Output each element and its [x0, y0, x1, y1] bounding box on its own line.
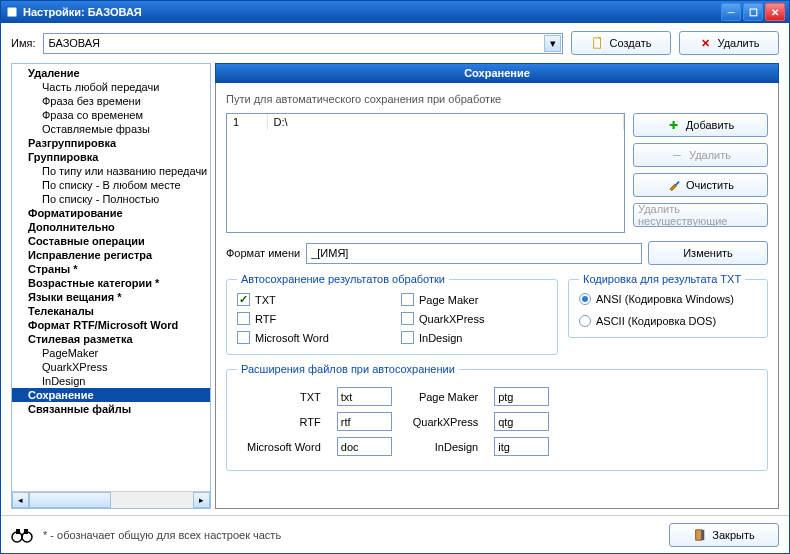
- checkbox-icon: [401, 331, 414, 344]
- tree-item[interactable]: По списку - Полностью: [12, 192, 210, 206]
- name-combo[interactable]: БАЗОВАЯ ▾: [43, 33, 563, 54]
- delete-x-icon: ✕: [699, 36, 713, 50]
- name-format-label: Формат имени: [226, 247, 300, 259]
- tree-item[interactable]: По списку - В любом месте: [12, 178, 210, 192]
- main-panel: Сохранение Пути для автоматического сохр…: [215, 63, 779, 509]
- autosave-legend: Автосохранение результатов обработки: [237, 273, 449, 285]
- tree-item[interactable]: Формат RTF/Microsoft Word: [12, 318, 210, 332]
- tree-item[interactable]: По типу или названию передачи: [12, 164, 210, 178]
- settings-window: Настройки: БАЗОВАЯ ─ ☐ ✕ Имя: БАЗОВАЯ ▾ …: [0, 0, 790, 554]
- tree-item[interactable]: Часть любой передачи: [12, 80, 210, 94]
- plus-icon: ✚: [667, 118, 681, 132]
- paths-label: Пути для автоматического сохранения при …: [226, 93, 768, 105]
- window-title: Настройки: БАЗОВАЯ: [23, 6, 721, 18]
- name-format-input[interactable]: [306, 243, 642, 264]
- sidebar-scrollbar[interactable]: ◂ ▸: [12, 491, 210, 508]
- chk-txt[interactable]: ✓TXT: [237, 293, 383, 306]
- binoculars-icon[interactable]: [11, 524, 33, 546]
- tree-item[interactable]: Группировка: [12, 150, 210, 164]
- radio-icon: [579, 293, 591, 305]
- autosave-group: Автосохранение результатов обработки ✓TX…: [226, 273, 558, 355]
- remove-path-button[interactable]: ─ Удалить: [633, 143, 768, 167]
- remove-nonexistent-button[interactable]: Удалить несуществующие: [633, 203, 768, 227]
- name-label: Имя:: [11, 37, 35, 49]
- door-icon: [693, 528, 707, 542]
- svg-rect-1: [593, 38, 600, 48]
- add-path-button[interactable]: ✚ Добавить: [633, 113, 768, 137]
- svg-rect-8: [702, 529, 705, 539]
- create-button[interactable]: Создать: [571, 31, 671, 55]
- chk-msword[interactable]: Microsoft Word: [237, 331, 383, 344]
- chk-rtf[interactable]: RTF: [237, 312, 383, 325]
- scroll-right-button[interactable]: ▸: [193, 492, 210, 508]
- scroll-left-button[interactable]: ◂: [12, 492, 29, 508]
- svg-rect-5: [16, 529, 20, 534]
- tree-item[interactable]: Дополнительно: [12, 220, 210, 234]
- close-window-button[interactable]: ✕: [765, 3, 785, 21]
- checkbox-icon: [237, 312, 250, 325]
- extensions-legend: Расширения файлов при автосохранении: [237, 363, 459, 375]
- ext-pm-input[interactable]: [494, 387, 549, 406]
- paths-list[interactable]: 1D:\: [226, 113, 625, 233]
- svg-rect-7: [696, 529, 702, 539]
- tree-item[interactable]: Форматирование: [12, 206, 210, 220]
- ext-id-label: InDesign: [413, 441, 478, 453]
- tree-item[interactable]: Удаление: [12, 66, 210, 80]
- settings-tree[interactable]: УдалениеЧасть любой передачиФраза без вр…: [12, 64, 210, 418]
- ext-rtf-input[interactable]: [337, 412, 392, 431]
- ext-mw-input[interactable]: [337, 437, 392, 456]
- ext-qx-input[interactable]: [494, 412, 549, 431]
- clear-paths-button[interactable]: Очистить: [633, 173, 768, 197]
- app-icon: [5, 5, 19, 19]
- tree-item[interactable]: InDesign: [12, 374, 210, 388]
- encoding-legend: Кодировка для результата TXT: [579, 273, 745, 285]
- close-button[interactable]: Закрыть: [669, 523, 779, 547]
- minus-icon: ─: [670, 148, 684, 162]
- ext-mw-label: Microsoft Word: [247, 441, 321, 453]
- extensions-group: Расширения файлов при автосохранении TXT…: [226, 363, 768, 471]
- tree-item[interactable]: Оставляемые фразы: [12, 122, 210, 136]
- tree-item[interactable]: Сохранение: [12, 388, 210, 402]
- tree-item[interactable]: Телеканалы: [12, 304, 210, 318]
- change-format-button[interactable]: Изменить: [648, 241, 768, 265]
- maximize-button[interactable]: ☐: [743, 3, 763, 21]
- encoding-group: Кодировка для результата TXT ANSI (Кодир…: [568, 273, 768, 338]
- radio-ansi[interactable]: ANSI (Кодировка Windows): [579, 293, 757, 305]
- checkbox-icon: [401, 293, 414, 306]
- tree-item[interactable]: Возрастные категории *: [12, 276, 210, 290]
- titlebar[interactable]: Настройки: БАЗОВАЯ ─ ☐ ✕: [1, 1, 789, 23]
- ext-qx-label: QuarkXPress: [413, 416, 478, 428]
- minimize-button[interactable]: ─: [721, 3, 741, 21]
- scroll-track[interactable]: [29, 492, 193, 508]
- tree-item[interactable]: Стилевая разметка: [12, 332, 210, 346]
- panel-title: Сохранение: [215, 63, 779, 83]
- checkbox-icon: [237, 331, 250, 344]
- tree-item[interactable]: Страны *: [12, 262, 210, 276]
- chk-indesign[interactable]: InDesign: [401, 331, 547, 344]
- new-file-icon: [591, 36, 605, 50]
- ext-pm-label: Page Maker: [413, 391, 478, 403]
- table-row[interactable]: 1D:\: [227, 114, 624, 130]
- top-toolbar: Имя: БАЗОВАЯ ▾ Создать ✕ Удалить: [1, 23, 789, 63]
- tree-item[interactable]: Языки вещания *: [12, 290, 210, 304]
- tree-item[interactable]: Фраза со временем: [12, 108, 210, 122]
- ext-id-input[interactable]: [494, 437, 549, 456]
- scroll-thumb[interactable]: [29, 492, 111, 508]
- chk-pagemaker[interactable]: Page Maker: [401, 293, 547, 306]
- delete-button[interactable]: ✕ Удалить: [679, 31, 779, 55]
- tree-item[interactable]: QuarkXPress: [12, 360, 210, 374]
- svg-rect-6: [24, 529, 28, 534]
- tree-item[interactable]: Разгруппировка: [12, 136, 210, 150]
- tree-item[interactable]: Связанные файлы: [12, 402, 210, 416]
- ext-txt-input[interactable]: [337, 387, 392, 406]
- tree-item[interactable]: Составные операции: [12, 234, 210, 248]
- checkbox-icon: ✓: [237, 293, 250, 306]
- tree-item[interactable]: PageMaker: [12, 346, 210, 360]
- ext-txt-label: TXT: [247, 391, 321, 403]
- ext-rtf-label: RTF: [247, 416, 321, 428]
- tree-item[interactable]: Фраза без времени: [12, 94, 210, 108]
- chk-quarkxpress[interactable]: QuarkXPress: [401, 312, 547, 325]
- broom-icon: [667, 178, 681, 192]
- radio-ascii[interactable]: ASCII (Кодировка DOS): [579, 315, 757, 327]
- tree-item[interactable]: Исправление регистра: [12, 248, 210, 262]
